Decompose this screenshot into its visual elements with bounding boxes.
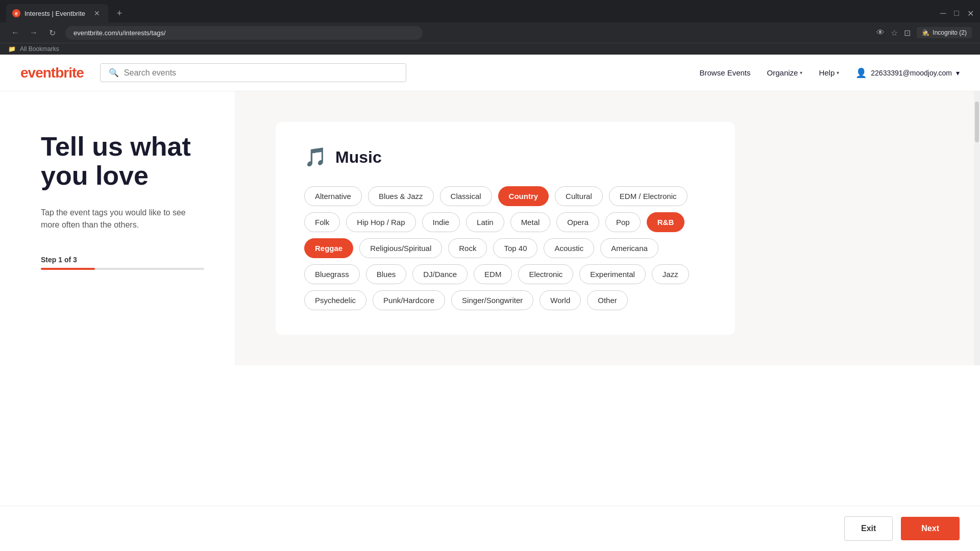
- window-controls: ─ □ ✕: [940, 9, 974, 18]
- tag-cultural[interactable]: Cultural: [555, 186, 603, 206]
- close-button[interactable]: ✕: [967, 9, 974, 18]
- tag-dj-dance[interactable]: DJ/Dance: [412, 264, 468, 284]
- tag-country[interactable]: Country: [498, 186, 549, 206]
- help-link[interactable]: Help ▾: [819, 68, 839, 77]
- tag-other[interactable]: Other: [587, 290, 628, 310]
- address-bar: ← → ↻ 👁 ☆ ⊡ 🕵 Incognito (2): [0, 22, 980, 43]
- tag-classical[interactable]: Classical: [440, 186, 492, 206]
- browser-actions: 👁 ☆ ⊡ 🕵 Incognito (2): [876, 27, 972, 38]
- user-section[interactable]: 👤 22633391@moodjoy.com ▾: [855, 67, 960, 79]
- tag-latin[interactable]: Latin: [466, 212, 504, 232]
- tag-americana[interactable]: Americana: [600, 238, 658, 258]
- right-panel: 🎵 Music AlternativeBlues & JazzClassical…: [235, 91, 980, 365]
- organize-link[interactable]: Organize ▾: [767, 68, 803, 77]
- tag-reggae[interactable]: Reggae: [304, 238, 353, 258]
- tab-title: Interests | Eventbrite: [24, 10, 88, 17]
- tag-experimental[interactable]: Experimental: [579, 264, 646, 284]
- search-bar[interactable]: 🔍: [100, 63, 406, 82]
- tag-bluegrass[interactable]: Bluegrass: [304, 264, 360, 284]
- tab-close-button[interactable]: ✕: [92, 8, 102, 18]
- organize-chevron-icon: ▾: [800, 70, 802, 76]
- tag-edm-electronic[interactable]: EDM / Electronic: [609, 186, 688, 206]
- scrollbar-thumb: [975, 102, 979, 142]
- active-tab[interactable]: e Interests | Eventbrite ✕: [6, 4, 108, 22]
- step-progress-fill: [41, 268, 95, 270]
- headline-line1: Tell us what: [41, 132, 191, 161]
- bookmarks-folder-icon: 📁: [8, 45, 16, 53]
- music-card: 🎵 Music AlternativeBlues & JazzClassical…: [276, 122, 735, 335]
- extension-icon: ⊡: [904, 28, 911, 38]
- tag-rock[interactable]: Rock: [448, 238, 487, 258]
- refresh-button[interactable]: ↻: [45, 26, 59, 40]
- header-nav: Browse Events Organize ▾ Help ▾ 👤 226333…: [700, 67, 960, 79]
- nav-buttons: ← → ↻: [8, 26, 59, 40]
- help-chevron-icon: ▾: [837, 70, 839, 76]
- tag-hip-hop-rap[interactable]: Hip Hop / Rap: [346, 212, 415, 232]
- tag-jazz[interactable]: Jazz: [652, 264, 689, 284]
- tag-indie[interactable]: Indie: [422, 212, 460, 232]
- eventbrite-logo[interactable]: eventbrite: [20, 65, 84, 81]
- main-content: Tell us what you love Tap the event tags…: [0, 91, 980, 365]
- new-tab-button[interactable]: +: [112, 6, 127, 20]
- tag-alternative[interactable]: Alternative: [304, 186, 362, 206]
- browse-events-link[interactable]: Browse Events: [700, 68, 751, 77]
- description: Tap the event tags you would like to see…: [41, 207, 204, 231]
- forward-button[interactable]: →: [27, 26, 41, 40]
- back-button[interactable]: ←: [8, 26, 22, 40]
- tag-world[interactable]: World: [540, 290, 581, 310]
- minimize-button[interactable]: ─: [940, 9, 946, 18]
- tag-blues[interactable]: Blues: [366, 264, 407, 284]
- tag-metal[interactable]: Metal: [510, 212, 551, 232]
- tag-pop[interactable]: Pop: [605, 212, 641, 232]
- tag-folk[interactable]: Folk: [304, 212, 340, 232]
- headline-line2: you love: [41, 161, 149, 190]
- tag-religious-spiritual[interactable]: Religious/Spiritual: [359, 238, 442, 258]
- site-header: eventbrite 🔍 Browse Events Organize ▾ He…: [0, 55, 980, 91]
- eye-off-icon: 👁: [876, 28, 885, 37]
- tag-rb[interactable]: R&B: [647, 212, 685, 232]
- tag-punk-hardcore[interactable]: Punk/Hardcore: [373, 290, 445, 310]
- user-chevron-icon: ▾: [956, 69, 960, 77]
- step-indicator: Step 1 of 3: [41, 256, 204, 264]
- user-email: 22633391@moodjoy.com: [871, 69, 952, 77]
- url-input[interactable]: [65, 26, 423, 40]
- tag-blues-jazz[interactable]: Blues & Jazz: [368, 186, 434, 206]
- scrollbar-track[interactable]: [974, 91, 980, 365]
- step-progress-bar: [41, 268, 204, 270]
- tab-favicon: e: [12, 9, 20, 17]
- category-header: 🎵 Music: [304, 146, 706, 168]
- bookmarks-label: All Bookmarks: [20, 45, 59, 53]
- search-input[interactable]: [124, 68, 398, 78]
- left-panel: Tell us what you love Tap the event tags…: [0, 91, 235, 365]
- tag-electronic[interactable]: Electronic: [518, 264, 573, 284]
- incognito-badge: 🕵 Incognito (2): [917, 27, 972, 38]
- incognito-label: Incognito (2): [933, 29, 967, 36]
- category-title: Music: [335, 148, 382, 167]
- star-icon[interactable]: ☆: [891, 28, 898, 38]
- tag-acoustic[interactable]: Acoustic: [544, 238, 594, 258]
- tag-psychedelic[interactable]: Psychedelic: [304, 290, 366, 310]
- user-icon: 👤: [855, 67, 867, 79]
- tag-edm[interactable]: EDM: [474, 264, 512, 284]
- tags-container: AlternativeBlues & JazzClassicalCountryC…: [304, 186, 706, 310]
- music-icon: 🎵: [304, 146, 327, 168]
- tag-opera[interactable]: Opera: [556, 212, 599, 232]
- headline: Tell us what you love: [41, 132, 204, 190]
- maximize-button[interactable]: □: [954, 9, 959, 18]
- page-wrapper: eventbrite 🔍 Browse Events Organize ▾ He…: [0, 55, 980, 473]
- browser-chrome: e Interests | Eventbrite ✕ + ─ □ ✕ ← → ↻…: [0, 0, 980, 55]
- incognito-icon: 🕵: [922, 29, 929, 36]
- search-icon: 🔍: [109, 68, 119, 78]
- tag-top-40[interactable]: Top 40: [493, 238, 537, 258]
- tag-singer-songwriter[interactable]: Singer/Songwriter: [451, 290, 533, 310]
- bookmarks-bar: 📁 All Bookmarks: [0, 43, 980, 55]
